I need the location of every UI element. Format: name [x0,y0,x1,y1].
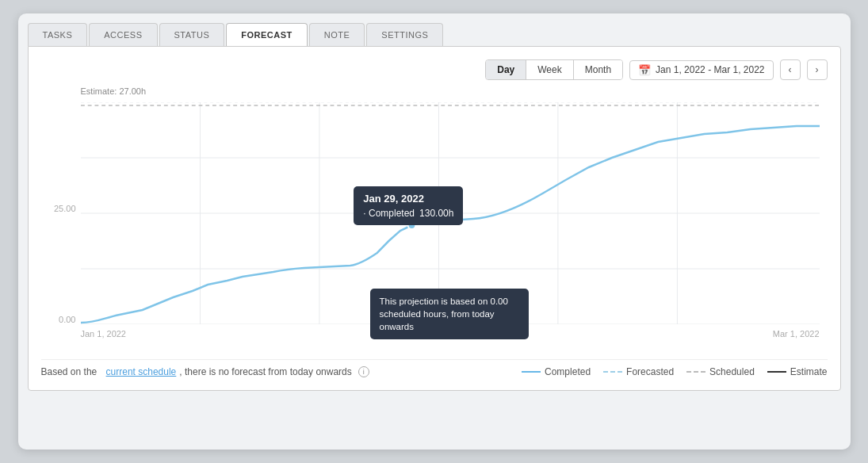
legend: Completed Forecasted Scheduled Estimate [522,366,827,377]
legend-estimate-label: Estimate [790,366,828,377]
next-period-button[interactable]: › [807,59,828,80]
prev-period-button[interactable]: ‹ [780,59,801,80]
y-label-0: 0.00 [59,315,75,324]
legend-forecasted: Forecasted [603,366,674,377]
y-label-25: 25.00 [54,204,76,213]
footer-text-before: Based on the [41,366,98,377]
tabs-row: TASKS ACCESS STATUS FORECAST NOTE SETTIN… [28,23,841,46]
footer: Based on the current schedule, there is … [41,359,828,377]
info-icon[interactable]: i [358,366,369,377]
estimate-label: Estimate: 27.00h [81,86,147,96]
calendar-icon: 📅 [638,64,651,76]
outer-card: TASKS ACCESS STATUS FORECAST NOTE SETTIN… [18,13,851,450]
period-week-button[interactable]: Week [526,60,573,79]
legend-estimate: Estimate [767,366,828,377]
date-range[interactable]: 📅 Jan 1, 2022 - Mar 1, 2022 [629,60,773,80]
legend-completed-line [522,371,541,373]
legend-scheduled-line [686,371,705,373]
legend-scheduled-label: Scheduled [709,366,755,377]
y-axis: 25.00 0.00 [41,102,81,324]
x-label-start: Jan 1, 2022 [81,329,127,339]
legend-forecasted-label: Forecasted [626,366,674,377]
x-label-end: Mar 1, 2022 [773,329,820,339]
legend-completed-label: Completed [545,366,591,377]
toolbar: Day Week Month 📅 Jan 1, 2022 - Mar 1, 20… [41,59,828,80]
footer-text-after: , there is no forecast from today onward… [179,366,351,377]
period-month-button[interactable]: Month [574,60,622,79]
tab-note[interactable]: NOTE [309,23,365,46]
svg-point-11 [407,221,415,229]
tab-forecast[interactable]: FORECAST [226,23,308,46]
footer-link[interactable]: current schedule [106,366,177,377]
date-range-label: Jan 1, 2022 - Mar 1, 2022 [656,64,764,75]
info-popup: This projection is based on 0.00 schedul… [370,289,529,339]
info-popup-text: This projection is based on 0.00 schedul… [380,297,508,331]
period-day-button[interactable]: Day [486,60,526,79]
period-btn-group: Day Week Month [485,59,623,80]
legend-completed: Completed [522,366,591,377]
main-card: Day Week Month 📅 Jan 1, 2022 - Mar 1, 20… [28,46,841,391]
footer-left: Based on the current schedule, there is … [41,366,369,377]
legend-forecasted-line [603,371,622,373]
tab-access[interactable]: ACCESS [89,23,157,46]
legend-scheduled: Scheduled [686,366,755,377]
tab-settings[interactable]: SETTINGS [366,23,443,46]
legend-estimate-line [767,371,786,373]
tab-status[interactable]: STATUS [159,23,225,46]
tab-tasks[interactable]: TASKS [28,23,88,46]
